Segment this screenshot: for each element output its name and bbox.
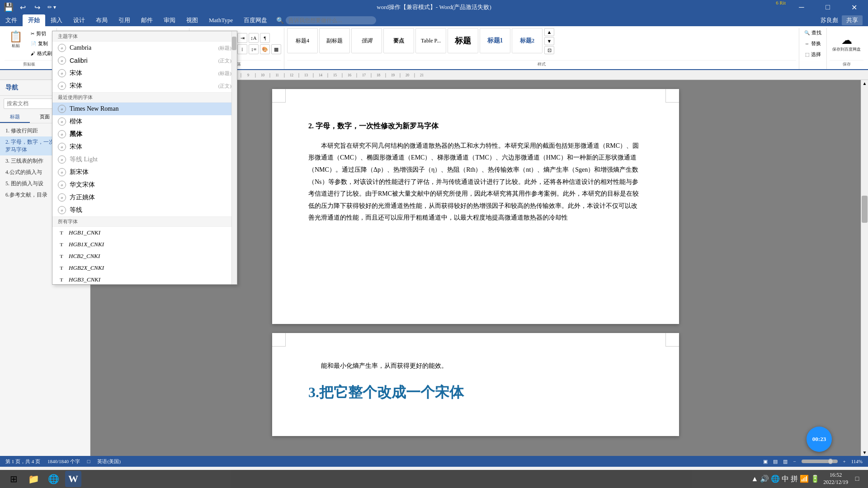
tab-mathtype[interactable]: MathType bbox=[203, 15, 238, 26]
ribbon-search-input[interactable] bbox=[286, 16, 376, 24]
tab-file[interactable]: 文件 bbox=[0, 14, 23, 26]
minimize-button[interactable]: ─ bbox=[791, 0, 812, 14]
tab-insert[interactable]: 插入 bbox=[45, 14, 68, 26]
font-item-xinsongti[interactable]: o 新宋体 bbox=[52, 166, 237, 178]
style-title[interactable]: 标题 bbox=[448, 28, 478, 53]
borders-button[interactable]: ▦ bbox=[271, 44, 281, 54]
font-icon: o bbox=[58, 82, 66, 90]
style-scroll-down[interactable]: ▼ bbox=[544, 37, 554, 45]
font-item-times-new-roman[interactable]: o Times New Roman bbox=[52, 103, 237, 115]
tab-baidu[interactable]: 百度网盘 bbox=[238, 14, 273, 26]
font-name: 宋体 bbox=[70, 82, 82, 90]
view-reading-icon[interactable]: ▤ bbox=[773, 459, 778, 465]
style-heading4[interactable]: 标题4 bbox=[287, 28, 318, 53]
font-item-kaiti[interactable]: o 楷体 bbox=[52, 115, 237, 128]
undo-button[interactable]: ↩ bbox=[16, 1, 29, 14]
font-item-songti-body[interactable]: o 宋体 (正文) bbox=[52, 80, 237, 92]
tab-references[interactable]: 引用 bbox=[113, 14, 136, 26]
style-scroll-up[interactable]: ▲ bbox=[544, 28, 554, 36]
view-web-icon[interactable]: ▥ bbox=[783, 459, 788, 465]
save-label: 保存 bbox=[830, 60, 863, 67]
customize-button[interactable]: ✏ ▾ bbox=[45, 1, 58, 14]
tab-home[interactable]: 开始 bbox=[23, 14, 45, 26]
find-button[interactable]: 🔍 查找 bbox=[802, 28, 824, 38]
tab-layout[interactable]: 布局 bbox=[90, 14, 113, 26]
start-button[interactable]: ⊞ bbox=[5, 471, 22, 487]
style-emphasis[interactable]: 强调 bbox=[351, 28, 382, 53]
columns-button[interactable]: ⫶ bbox=[237, 44, 247, 54]
paste-button[interactable]: 📋 粘贴 bbox=[5, 29, 27, 58]
font-item-dengxian-light[interactable]: o 等线 Light bbox=[52, 153, 237, 166]
style-important[interactable]: 要点 bbox=[383, 28, 414, 53]
format-painter-button[interactable]: 🖌 格式刷 bbox=[29, 49, 54, 58]
copy-button[interactable]: 📄 复制 bbox=[29, 39, 54, 48]
font-item-hgb3cnki[interactable]: T HGB3_CNKI bbox=[52, 274, 237, 284]
font-item-hgb1cnki[interactable]: T HGB1_CNKI bbox=[52, 227, 237, 239]
vertical-scrollbar[interactable]: ▲ ▼ bbox=[861, 80, 868, 456]
style-table[interactable]: Table P... bbox=[415, 28, 446, 53]
sort-button[interactable]: ↕A bbox=[249, 33, 259, 43]
style-subtitle[interactable]: 副标题 bbox=[319, 28, 350, 53]
file-explorer-button[interactable]: 📁 bbox=[25, 471, 42, 487]
increase-indent-button[interactable]: ⇥ bbox=[237, 33, 247, 43]
zoom-in-button[interactable]: + bbox=[843, 459, 846, 464]
nav-tab-headings[interactable]: 标题 bbox=[0, 112, 30, 123]
zoom-out-button[interactable]: − bbox=[793, 459, 796, 464]
close-button[interactable]: ✕ bbox=[844, 0, 864, 14]
font-icon: o bbox=[58, 117, 66, 126]
notification-area[interactable]: □ bbox=[852, 474, 863, 484]
page-corner-tr bbox=[665, 89, 679, 103]
user-name: 苏良彪 bbox=[821, 16, 838, 24]
font-item-dengxian[interactable]: o 等线 bbox=[52, 204, 237, 216]
font-item-huawensongti[interactable]: o 华文宋体 bbox=[52, 178, 237, 191]
font-dropdown-scrollbar[interactable] bbox=[231, 31, 237, 284]
document-page-2[interactable]: 能和最小化熵产生率，从而获得更好的能效。 3.把它整个改成一个宋体 bbox=[272, 333, 679, 436]
page-corner-bl bbox=[272, 333, 286, 347]
show-marks-button[interactable]: ¶ bbox=[260, 33, 270, 43]
line-spacing-button[interactable]: ↕≡ bbox=[249, 44, 259, 54]
cut-button[interactable]: ✂ 剪切 bbox=[29, 29, 54, 38]
font-tag: (正文) bbox=[218, 57, 231, 64]
scroll-down-button[interactable]: ▼ bbox=[861, 449, 868, 456]
font-icon: o bbox=[58, 130, 66, 138]
zoom-bar[interactable] bbox=[802, 460, 838, 463]
maximize-button[interactable]: □ bbox=[817, 0, 838, 14]
font-scrollbar-thumb[interactable] bbox=[232, 37, 236, 50]
tab-mailings[interactable]: 邮件 bbox=[136, 14, 158, 26]
zoom-slider-thumb[interactable] bbox=[828, 459, 833, 464]
scroll-up-button[interactable]: ▲ bbox=[861, 80, 868, 87]
font-item-cambria[interactable]: o Cambria (标题) bbox=[52, 42, 237, 54]
save-baidu-button[interactable]: ☁ 保存到百度网盘 bbox=[830, 33, 863, 54]
input-mode: □ bbox=[87, 459, 90, 464]
font-name: 宋体 bbox=[70, 143, 82, 151]
baidu-save-icon: ☁ bbox=[841, 35, 852, 46]
font-item-heiti[interactable]: o 黑体 bbox=[52, 128, 237, 141]
font-item-calibri[interactable]: o Calibri (正文) bbox=[52, 54, 237, 67]
font-item-fangzhengti[interactable]: o 方正姚体 bbox=[52, 191, 237, 204]
style-expand[interactable]: ⊡ bbox=[544, 46, 554, 54]
font-item-hgb2xcnki[interactable]: T HGB2X_CNKI bbox=[52, 262, 237, 274]
tab-review[interactable]: 审阅 bbox=[158, 14, 181, 26]
style-heading2[interactable]: 标题2 bbox=[512, 28, 542, 53]
font-item-songti-title[interactable]: o 宋体 (标题) bbox=[52, 67, 237, 80]
font-name: HGB1X_CNKI bbox=[69, 241, 104, 248]
select-button[interactable]: ⬚ 选择 bbox=[803, 50, 823, 59]
cut-icon: ✂ bbox=[31, 31, 34, 36]
font-type-icon: T bbox=[58, 230, 65, 235]
word-taskbar-button[interactable]: W bbox=[65, 471, 81, 487]
replace-button[interactable]: ↔ 替换 bbox=[802, 39, 823, 48]
document-page[interactable]: 2. 字母，数字，一次性修改为新罗马字体 本研究旨在研究不同几何结构的微通道散热… bbox=[272, 89, 679, 324]
redo-button[interactable]: ↪ bbox=[31, 1, 43, 14]
font-item-hgb1xcnki[interactable]: T HGB1X_CNKI bbox=[52, 239, 237, 250]
font-item-songti[interactable]: o 宋体 bbox=[52, 141, 237, 153]
view-normal-icon[interactable]: ▣ bbox=[763, 459, 768, 465]
style-heading1[interactable]: 标题1 bbox=[480, 28, 510, 53]
browser-button[interactable]: 🌐 bbox=[45, 471, 61, 487]
share-button[interactable]: 共享 bbox=[842, 15, 863, 25]
tab-design[interactable]: 设计 bbox=[68, 14, 90, 26]
font-item-hcb2cnki[interactable]: T HCB2_CNKI bbox=[52, 250, 237, 262]
font-name: Calibri bbox=[70, 57, 88, 64]
tab-view[interactable]: 视图 bbox=[181, 14, 203, 26]
scroll-thumb[interactable] bbox=[862, 196, 868, 223]
shading-button[interactable]: 🎨 bbox=[260, 44, 270, 54]
